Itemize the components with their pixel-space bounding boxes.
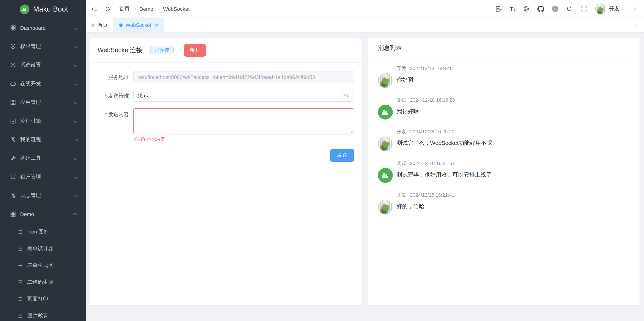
- calendar-check-icon: [10, 118, 16, 124]
- chevron-down-icon: [74, 82, 78, 85]
- connection-title: WebSocket连接: [98, 46, 142, 54]
- message-avatar: [378, 73, 393, 88]
- sidebar-subitem-image-crop[interactable]: 图片裁剪: [0, 307, 86, 321]
- resize-handle-icon[interactable]: [349, 130, 353, 133]
- status-badge: 已连接: [150, 46, 174, 54]
- refresh-icon[interactable]: [105, 6, 111, 12]
- breadcrumb-current: WebSocket: [163, 6, 190, 12]
- fullscreen-icon[interactable]: [581, 5, 587, 12]
- globe-icon[interactable]: [523, 5, 530, 12]
- document-check-icon: [10, 192, 16, 199]
- message-avatar: [378, 200, 393, 215]
- tab-dot-icon: [119, 23, 122, 27]
- message-time: 2024/12/18 16:21:41: [410, 192, 454, 198]
- message-sender: 测试: [396, 160, 406, 166]
- gitee-icon[interactable]: G: [552, 5, 558, 12]
- sidebar-item-workflow-engine[interactable]: 流程引擎: [0, 112, 86, 130]
- chevron-down-icon: [634, 23, 638, 27]
- message-text: 测试完了么，WebSocket功能好用不呢: [396, 139, 492, 147]
- connection-form: 服务地址 *发送给谁: [90, 62, 362, 162]
- form-row-server: 服务地址: [98, 71, 354, 83]
- message-list: 开发2024/12/18 16:19:11 你好啊 测试2024-: [368, 58, 640, 215]
- message-item: 开发2024/12/18 16:21:41 好的，哈哈: [378, 192, 630, 215]
- disconnect-button[interactable]: 断开: [184, 44, 206, 56]
- sidebar-item-system-settings[interactable]: 系统设置: [0, 56, 86, 74]
- sidebar-item-permissions[interactable]: 权限管理: [0, 37, 86, 56]
- message-time: 2024-12-18 16:19:26: [410, 97, 455, 103]
- message-text: 测试完毕，很好用哈，可以安排上线了: [396, 171, 492, 178]
- github-icon[interactable]: [538, 5, 544, 12]
- topbar-actions: Tt G 开发: [495, 3, 638, 14]
- sidebar-subitem-form-designer[interactable]: 表单设计器: [0, 240, 86, 257]
- sidebar-subitem-page-print[interactable]: 页面打印: [0, 291, 86, 307]
- grid-icon: [10, 24, 16, 31]
- content-label: *发送内容: [98, 108, 134, 142]
- sidebar-item-basic-tools[interactable]: 基础工具: [0, 149, 86, 168]
- close-icon[interactable]: ×: [155, 22, 158, 28]
- font-size-icon[interactable]: Tt: [510, 6, 515, 11]
- translate-icon[interactable]: [495, 5, 502, 12]
- user-menu[interactable]: 开发: [595, 3, 624, 14]
- chevron-down-icon: [74, 138, 78, 141]
- sidebar-item-log-management[interactable]: 日志管理: [0, 186, 86, 205]
- tabbar: 首页 WebSocket ×: [86, 18, 644, 33]
- message-content-textarea[interactable]: [134, 108, 354, 134]
- message-sender: 开发: [396, 65, 406, 71]
- page-content: WebSocket连接 已连接 断开 服务地址 *发送给谁: [86, 33, 644, 321]
- user-name: 开发: [609, 5, 620, 12]
- sidebar-subitem-label: 表单设计器: [27, 245, 53, 252]
- list-icon: [17, 229, 23, 235]
- sidebar-item-app-management[interactable]: 应用管理: [0, 93, 86, 112]
- sidebar-item-label: 应用管理: [20, 99, 74, 106]
- sidebar-item-tenant-management[interactable]: 租户管理: [0, 168, 86, 186]
- send-button[interactable]: 发送: [330, 149, 354, 162]
- message-avatar: [378, 105, 393, 120]
- breadcrumb: 首页 Demo WebSocket: [119, 5, 190, 12]
- app-window: Maku Boot Dashboard 权限管理 系统设置 在线开发: [0, 0, 644, 321]
- sidebar-subitem-label: 二维码生成: [27, 279, 53, 286]
- message-time: 2024-12-18 16:21:31: [410, 160, 455, 166]
- sidebar-item-label: 租户管理: [20, 174, 74, 180]
- message-time: 2024/12/18 16:19:11: [410, 65, 454, 71]
- message-avatar: [378, 168, 393, 183]
- gear-icon: [10, 62, 16, 68]
- breadcrumb-demo[interactable]: Demo: [140, 6, 153, 12]
- sidebar-item-demo[interactable]: Demo: [0, 205, 86, 223]
- chevron-right-icon: [157, 8, 159, 10]
- wrench-icon: [10, 155, 16, 162]
- chevron-down-icon: [74, 63, 78, 67]
- form-row-content: *发送内容 必填项不能为空: [98, 108, 354, 142]
- sidebar-subitem-form-generator[interactable]: 表单生成器: [0, 257, 86, 274]
- sidebar-item-label: 日志管理: [20, 192, 74, 199]
- app-title: Maku Boot: [33, 5, 68, 13]
- message-text: 你好啊: [396, 76, 454, 83]
- tab-websocket[interactable]: WebSocket ×: [114, 18, 164, 32]
- sidebar-item-my-workflow[interactable]: 我的流程: [0, 130, 86, 149]
- collapse-sidebar-icon[interactable]: [91, 5, 98, 12]
- tabs-dropdown-button[interactable]: [627, 18, 644, 32]
- search-icon[interactable]: [566, 5, 573, 12]
- list-icon: [17, 313, 23, 319]
- message-item: 开发2024/12/18 16:19:11 你好啊: [378, 65, 630, 88]
- recipient-search-button[interactable]: [339, 90, 354, 102]
- tab-home[interactable]: 首页: [86, 18, 114, 32]
- chevron-down-icon: [74, 100, 78, 104]
- app-logo[interactable]: Maku Boot: [0, 0, 86, 19]
- recipient-input[interactable]: [134, 90, 339, 102]
- sidebar-subitem-icon[interactable]: Icon 图标: [0, 223, 86, 240]
- tab-dot-icon: [91, 23, 95, 27]
- message-avatar: [378, 136, 393, 151]
- sidebar-subitem-qrcode[interactable]: 二维码生成: [0, 274, 86, 291]
- sidebar-item-online-dev[interactable]: 在线开发: [0, 74, 86, 93]
- tab-label: WebSocket: [126, 22, 151, 28]
- frame-icon: [10, 174, 16, 180]
- chevron-right-icon: [134, 8, 136, 10]
- topbar: 首页 Demo WebSocket Tt G: [86, 0, 644, 18]
- apps-icon: [10, 211, 16, 218]
- websocket-connection-card: WebSocket连接 已连接 断开 服务地址 *发送给谁: [90, 38, 362, 306]
- sidebar-item-label: 权限管理: [20, 43, 74, 50]
- connection-card-header: WebSocket连接 已连接 断开: [90, 38, 362, 62]
- sidebar-item-dashboard[interactable]: Dashboard: [0, 19, 86, 37]
- breadcrumb-home[interactable]: 首页: [119, 5, 130, 12]
- more-options-icon[interactable]: [632, 5, 638, 12]
